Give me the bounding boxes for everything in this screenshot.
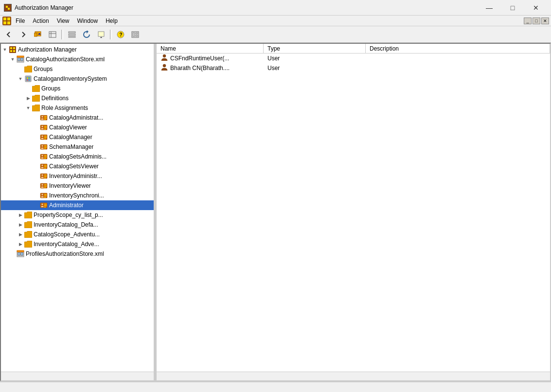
svg-rect-44	[44, 126, 47, 127]
tree-icon-role	[40, 133, 48, 141]
svg-rect-80	[44, 196, 47, 196]
main-area: ▼Authorization Manager▼CatalogAuthorizat…	[0, 43, 551, 381]
svg-point-73	[41, 184, 43, 186]
tree-expander[interactable]	[32, 143, 40, 151]
properties-button[interactable]	[128, 28, 142, 41]
tree-item-inventory-catalog-adv[interactable]: ▶InventoryCatalog_Adve...	[1, 239, 154, 249]
tree-label: InventorySynchroni...	[49, 192, 104, 199]
up-button[interactable]	[31, 28, 45, 41]
tree-item-property-scope[interactable]: ▶PropertyScope_cy_list_p...	[1, 210, 154, 220]
tree-item-catalog-auth-store[interactable]: ▼CatalogAuthorizationStore.xml	[1, 54, 154, 64]
restore-button[interactable]: □	[501, 0, 524, 15]
tree-expander[interactable]	[24, 85, 32, 92]
mdi-minimize[interactable]: _	[524, 18, 532, 24]
tree-item-catalog-scope-adv[interactable]: ▶CatalogScope_Adventu...	[1, 230, 154, 239]
col-header-description[interactable]: Description	[366, 44, 550, 53]
tree-item-catalog-viewer[interactable]: CatalogViewer	[1, 123, 154, 132]
tree-item-inventory-viewer[interactable]: InventoryViewer	[1, 181, 154, 191]
tree-expander[interactable]	[32, 182, 40, 190]
toolbar: ?	[0, 26, 551, 43]
menu-help[interactable]: Help	[102, 17, 122, 25]
user-icon	[160, 63, 168, 72]
tree-item-inventory-catalog-defa[interactable]: ▶InventoryCatalog_Defa...	[1, 220, 154, 230]
mdi-close[interactable]: ✕	[541, 18, 549, 24]
minimize-button[interactable]: —	[478, 0, 500, 15]
tree-expander[interactable]	[32, 162, 40, 170]
svg-rect-59	[44, 155, 47, 156]
status-bar	[0, 381, 551, 392]
forward-button[interactable]	[17, 28, 30, 41]
tree-expander[interactable]: ▶	[17, 211, 24, 219]
tree-icon-folder	[24, 240, 32, 248]
tree-item-catalog-admin[interactable]: CatalogAdministrat...	[1, 113, 154, 123]
tree-expander[interactable]: ▼	[24, 104, 32, 112]
svg-rect-27	[13, 50, 15, 52]
tree-expander[interactable]: ▶	[24, 94, 32, 102]
tree-expander[interactable]: ▶	[17, 240, 24, 248]
tree-expander[interactable]	[32, 124, 40, 131]
export-button[interactable]	[94, 28, 108, 41]
app-icon	[4, 4, 12, 12]
toolbar-sep-2	[110, 30, 112, 39]
col-header-type[interactable]: Type	[264, 44, 366, 53]
tree-expander[interactable]	[17, 65, 24, 73]
tree-expander[interactable]	[32, 133, 40, 141]
tree-item-catalog-manager[interactable]: CatalogManager	[1, 132, 154, 142]
tree-item-inventory-sync[interactable]: InventorySynchroni...	[1, 191, 154, 200]
tree-label: Groups	[41, 85, 60, 92]
tree-item-groups-1[interactable]: Groups	[1, 64, 154, 74]
svg-rect-6	[3, 21, 6, 24]
list-cell-type: User	[264, 55, 366, 62]
tree-item-definitions[interactable]: ▶Definitions	[1, 93, 154, 103]
menu-window[interactable]: Window	[73, 17, 102, 25]
tree-item-catalog-inventory[interactable]: ▼CatalogandInventorySystem	[1, 74, 154, 84]
tree-expander[interactable]: ▼	[1, 46, 9, 53]
tree-expander[interactable]	[32, 201, 40, 209]
svg-rect-51	[44, 139, 46, 140]
tree-item-role-assignments[interactable]: ▼Role Assignments	[1, 103, 154, 113]
list-row[interactable]: Bharath CN(Bharath....User	[157, 63, 550, 73]
col-header-name[interactable]: Name	[157, 44, 264, 53]
tree-label: Role Assignments	[41, 105, 88, 111]
tree-expander[interactable]	[32, 153, 40, 160]
list-view-button[interactable]	[46, 28, 59, 41]
svg-rect-36	[27, 79, 28, 81]
refresh-button[interactable]	[80, 28, 93, 41]
detail-view-button[interactable]	[65, 28, 79, 41]
mdi-restore[interactable]: □	[533, 18, 540, 24]
tree-item-catalog-sets-viewer[interactable]: CatalogSetsViewer	[1, 161, 154, 171]
svg-rect-81	[44, 197, 46, 198]
close-button[interactable]: ✕	[525, 0, 547, 15]
tree-item-administrator[interactable]: Administrator	[1, 200, 154, 210]
tree-expander[interactable]	[9, 250, 17, 258]
tree-label: CatalogManager	[49, 134, 92, 141]
tree-expander[interactable]	[32, 114, 40, 122]
svg-text:?: ?	[120, 32, 123, 37]
tree-expander[interactable]: ▶	[17, 221, 24, 229]
svg-rect-61	[44, 158, 46, 159]
menu-file[interactable]: File	[12, 17, 29, 25]
list-row[interactable]: CSFndRuntimeUser(...User	[157, 53, 550, 63]
tree-expander[interactable]: ▼	[9, 55, 17, 63]
svg-rect-45	[44, 127, 47, 128]
tree-item-schema-manager[interactable]: SchemaManager	[1, 142, 154, 152]
tree-item-inventory-admin[interactable]: InventoryAdministr...	[1, 171, 154, 181]
tree-expander[interactable]: ▼	[17, 75, 24, 83]
svg-rect-26	[10, 50, 12, 52]
menu-view[interactable]: View	[53, 17, 73, 25]
tree-expander[interactable]	[32, 172, 40, 180]
tree-label: InventoryAdministr...	[49, 173, 102, 179]
tree-item-catalog-sets-admin[interactable]: CatalogSetsAdminis...	[1, 152, 154, 161]
tree-expander[interactable]	[32, 192, 40, 199]
back-button[interactable]	[2, 28, 16, 41]
tree-item-groups-2[interactable]: Groups	[1, 84, 154, 93]
tree-item-profiles-auth-store[interactable]: ProfilesAuthorizationStore.xml	[1, 249, 154, 259]
tree-item-auth-manager[interactable]: ▼Authorization Manager	[1, 45, 154, 54]
menu-action[interactable]: Action	[29, 17, 53, 25]
tree-expander[interactable]: ▶	[17, 231, 24, 238]
right-panel: Name Type Description CSFndRuntimeUser(.…	[157, 44, 550, 380]
svg-rect-22	[136, 35, 138, 36]
window-controls: — □ ✕	[478, 0, 547, 15]
tree-icon-app	[24, 75, 32, 83]
help-button[interactable]: ?	[114, 28, 127, 41]
